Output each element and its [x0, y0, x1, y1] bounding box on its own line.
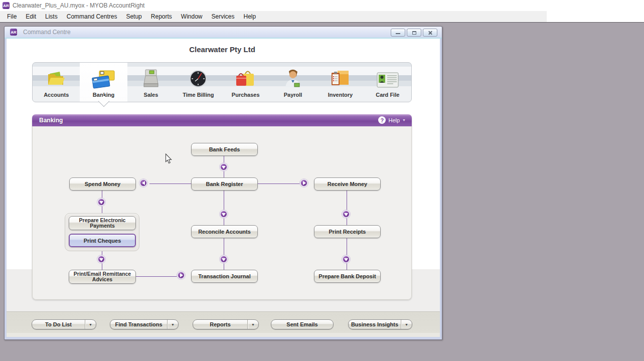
banking-panel: Banking ? Help ▼ [32, 114, 412, 300]
app-logo-icon: AR [3, 2, 10, 9]
module-inventory[interactable]: Inventory [316, 63, 364, 102]
arrow-down-icon [220, 210, 228, 218]
app-title: Clearwater_Plus_AU.myox - MYOB AccountRi… [13, 2, 144, 9]
screen: AR Clearwater_Plus_AU.myox - MYOB Accoun… [0, 0, 644, 361]
module-label: Purchases [232, 92, 260, 98]
menu-file[interactable]: File [3, 12, 21, 22]
chevron-down-icon[interactable]: ▼ [247, 320, 258, 329]
module-purchases[interactable]: Purchases [222, 63, 269, 102]
sent-emails-button[interactable]: Sent Emails [271, 319, 334, 329]
module-sales[interactable]: Sales [127, 63, 175, 102]
maximize-icon [412, 31, 416, 35]
module-label: Banking [93, 92, 114, 98]
module-accounts[interactable]: Accounts [33, 63, 80, 102]
receive-money-button[interactable]: Receive Money [314, 177, 381, 191]
print-receipts-button[interactable]: Print Receipts [314, 225, 381, 238]
window-logo-icon: AR [10, 29, 17, 36]
arrow-right-icon [177, 271, 185, 279]
connector-line [224, 238, 224, 270]
window-controls [391, 29, 437, 37]
connector-line [149, 184, 191, 184]
window-title: Command Centre [23, 29, 71, 36]
menu-setup[interactable]: Setup [121, 12, 146, 22]
company-name: Clearwater Pty Ltd [7, 45, 438, 54]
footer-button-label: Find Transactions [110, 320, 167, 329]
prepare-electronic-payments-button[interactable]: Prepare Electronic Payments [69, 216, 136, 230]
module-band: Accounts [32, 62, 412, 102]
chevron-down-icon[interactable]: ▼ [85, 320, 96, 329]
footer-strip [7, 333, 440, 337]
business-insights-button[interactable]: Business Insights ▼ [348, 319, 412, 329]
menu-command-centres[interactable]: Command Centres [62, 12, 122, 22]
module-banking[interactable]: Banking [80, 63, 127, 102]
help-label: Help [388, 117, 400, 123]
arrow-down-icon [97, 198, 105, 206]
card-file-icon [375, 63, 400, 91]
menu-edit[interactable]: Edit [21, 12, 41, 22]
menu-lists[interactable]: Lists [41, 12, 62, 22]
arrow-down-icon [342, 210, 350, 218]
module-label: Time Billing [183, 92, 214, 98]
arrow-left-icon [139, 179, 147, 187]
folder-icon [45, 63, 68, 91]
close-icon [430, 31, 431, 35]
menu-window[interactable]: Window [177, 12, 207, 22]
app-titlebar: AR Clearwater_Plus_AU.myox - MYOB Accoun… [0, 0, 644, 11]
bank-feeds-button[interactable]: Bank Feeds [191, 143, 258, 156]
footer-button-label: Sent Emails [271, 320, 333, 329]
connector-line [136, 276, 177, 277]
arrow-down-icon [97, 255, 105, 263]
chevron-down-icon[interactable]: ▼ [167, 320, 178, 329]
module-label: Card File [376, 92, 399, 98]
bank-register-button[interactable]: Bank Register [191, 177, 258, 191]
window-titlebar[interactable]: AR Command Centre [5, 27, 442, 39]
menu-help[interactable]: Help [239, 12, 261, 22]
menu-services[interactable]: Services [207, 12, 239, 22]
find-transactions-button[interactable]: Find Transactions ▼ [110, 319, 179, 329]
cash-register-icon [139, 63, 163, 91]
connector-line [258, 184, 300, 184]
transaction-journal-button[interactable]: Transaction Journal [191, 270, 258, 283]
panel-title: Banking [39, 117, 63, 124]
reconcile-accounts-button[interactable]: Reconcile Accounts [191, 225, 258, 238]
help-button[interactable]: ? Help ▼ [378, 116, 406, 124]
shopping-bags-icon [234, 63, 257, 91]
inventory-box-icon [329, 63, 352, 91]
connector-line [224, 191, 224, 225]
chevron-down-icon[interactable]: ▼ [401, 320, 412, 329]
arrow-right-icon [300, 179, 308, 187]
reports-button[interactable]: Reports ▼ [193, 319, 259, 329]
minimize-button[interactable] [391, 29, 405, 37]
module-card-file[interactable]: Card File [364, 63, 411, 102]
menu-reports[interactable]: Reports [146, 12, 177, 22]
connector-line [347, 238, 347, 270]
payroll-person-icon [281, 63, 304, 91]
help-icon: ? [378, 116, 386, 124]
module-label: Accounts [44, 92, 69, 98]
footer-button-label: Reports [193, 320, 247, 329]
close-button[interactable] [423, 29, 437, 37]
module-label: Inventory [328, 92, 353, 98]
arrow-down-icon [342, 255, 350, 263]
mdi-background: AR Command Centre Clearwater Pty Ltd [0, 22, 644, 361]
to-do-list-button[interactable]: To Do List ▼ [32, 319, 96, 329]
maximize-button[interactable] [407, 29, 421, 37]
print-cheques-button[interactable]: Print Cheques [69, 234, 136, 247]
command-centre-window: AR Command Centre Clearwater Pty Ltd [4, 26, 442, 340]
banking-flowchart: Bank Feeds Spend Money Bank Register Rec… [32, 126, 412, 300]
banking-panel-header: Banking ? Help ▼ [32, 114, 412, 126]
arrow-down-icon [220, 163, 228, 171]
clock-icon [187, 63, 210, 91]
module-label: Sales [144, 92, 158, 98]
footer-button-label: Business Insights [349, 320, 401, 329]
menubar: File Edit Lists Command Centres Setup Re… [0, 11, 547, 22]
window-content: Clearwater Pty Ltd [7, 39, 440, 337]
footer-button-label: To Do List [32, 320, 85, 329]
credit-cards-icon [91, 63, 116, 91]
module-payroll[interactable]: Payroll [269, 63, 316, 102]
module-time-billing[interactable]: Time Billing [175, 63, 222, 102]
print-email-remittance-advices-button[interactable]: Print/Email Remittance Advices [69, 270, 136, 284]
prepare-bank-deposit-button[interactable]: Prepare Bank Deposit [314, 270, 381, 283]
spend-money-button[interactable]: Spend Money [69, 177, 136, 191]
arrow-down-icon [220, 255, 228, 263]
